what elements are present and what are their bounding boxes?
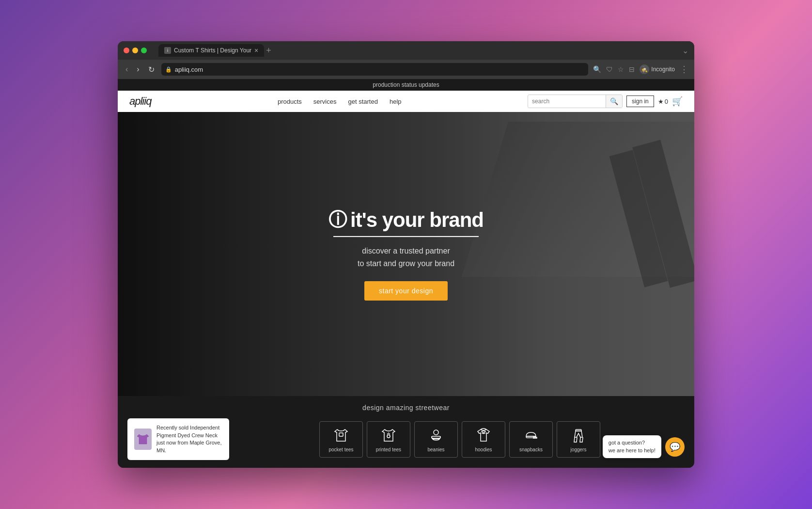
- product-thumbnail: [134, 429, 152, 450]
- tab-title: Custom T Shirts | Design Your: [174, 47, 251, 54]
- bottom-section-title: design amazing streetwear: [127, 404, 685, 412]
- svg-rect-0: [339, 433, 343, 436]
- chat-line1: got a question?: [609, 439, 656, 446]
- search-input[interactable]: [528, 95, 606, 107]
- pocket-tee-icon: [332, 427, 350, 444]
- wishlist-area: ★ 0: [658, 98, 668, 105]
- zoom-icon[interactable]: 🔍: [593, 65, 601, 73]
- beanie-icon: [427, 427, 445, 444]
- hero-sub-line1: discover a trusted partner: [362, 247, 450, 255]
- nav-services[interactable]: services: [313, 98, 337, 105]
- hoodies-label: hoodies: [475, 447, 492, 452]
- printed-tee-icon: [380, 427, 397, 444]
- hero-headline-text: it's your brand: [350, 208, 484, 232]
- snapbacks-label: snapbacks: [519, 447, 543, 452]
- hero-section: ⓘ it's your brand discover a trusted par…: [118, 112, 694, 396]
- chat-line2: we are here to help!: [609, 447, 656, 454]
- category-joggers[interactable]: joggers: [557, 421, 600, 458]
- svg-rect-3: [432, 436, 440, 438]
- bookmark-icon[interactable]: ☆: [618, 65, 624, 73]
- joggers-label: joggers: [571, 447, 587, 452]
- category-printed-tees[interactable]: printed tees: [367, 421, 410, 458]
- nav-products[interactable]: products: [278, 98, 302, 105]
- crewneck-thumbnail-icon: [134, 430, 152, 448]
- hero-sub-line2: to start and grow your brand: [358, 259, 454, 268]
- url-text: apliiq.com: [175, 66, 203, 73]
- more-options-icon[interactable]: ⋮: [680, 64, 688, 75]
- category-pocket-tees[interactable]: pocket tees: [319, 421, 363, 458]
- header-right: 🔍 sign in ★ 0 🛒: [528, 95, 683, 108]
- categories-row: Recently sold Independent Pigment Dyed C…: [127, 418, 685, 460]
- svg-point-2: [434, 430, 438, 435]
- chevron-down-icon[interactable]: ⌄: [682, 46, 688, 55]
- incognito-icon: 🕵: [640, 64, 649, 74]
- chat-icon: 💬: [670, 442, 680, 452]
- hero-content: ⓘ it's your brand discover a trusted par…: [328, 207, 484, 301]
- address-bar: ‹ › ↻ 🔒 apliiq.com 🔍 🛡 ☆ ⊟ 🕵 Incognito ⋮: [118, 60, 694, 79]
- wishlist-count: 0: [665, 98, 668, 105]
- hoodie-icon: [475, 427, 492, 444]
- website-content: production status updates apliiq product…: [118, 79, 694, 468]
- chat-widget: got a question? we are here to help! 💬: [603, 435, 685, 458]
- reader-view-icon[interactable]: ⊟: [629, 65, 635, 73]
- cta-button[interactable]: start your design: [364, 281, 448, 301]
- snapback-icon: [522, 427, 540, 444]
- star-icon[interactable]: ★: [658, 98, 664, 105]
- browser-window: i Custom T Shirts | Design Your × + ⌄ ‹ …: [118, 41, 694, 468]
- maximize-button[interactable]: [141, 48, 147, 53]
- cart-icon[interactable]: 🛒: [672, 96, 683, 107]
- site-header: apliiq products services get started hel…: [118, 91, 694, 112]
- hero-underline: [333, 236, 479, 237]
- printed-tees-label: printed tees: [376, 447, 401, 452]
- beanies-label: beanies: [427, 447, 444, 452]
- title-bar: i Custom T Shirts | Design Your × + ⌄: [118, 41, 694, 60]
- favicon-letter: i: [167, 48, 168, 53]
- category-hoodies[interactable]: hoodies: [462, 421, 505, 458]
- incognito-badge: 🕵 Incognito: [640, 64, 675, 74]
- search-button[interactable]: 🔍: [606, 95, 622, 108]
- new-tab-button[interactable]: +: [266, 46, 271, 55]
- browser-tab[interactable]: i Custom T Shirts | Design Your ×: [158, 44, 264, 57]
- minimize-button[interactable]: [132, 48, 138, 53]
- back-button[interactable]: ‹: [124, 64, 130, 75]
- category-beanies[interactable]: beanies: [414, 421, 458, 458]
- browser-actions: 🔍 🛡 ☆ ⊟ 🕵 Incognito ⋮: [593, 64, 688, 75]
- tab-area: i Custom T Shirts | Design Your × +: [158, 44, 678, 57]
- chat-button[interactable]: 💬: [665, 437, 685, 457]
- tab-favicon: i: [164, 47, 171, 54]
- pocket-tees-label: pocket tees: [328, 447, 353, 452]
- traffic-lights: [124, 48, 147, 53]
- tab-close-button[interactable]: ×: [254, 47, 258, 54]
- hero-subtext: discover a trusted partner to start and …: [328, 245, 484, 270]
- jogger-icon: [570, 427, 587, 444]
- status-text: production status updates: [373, 81, 439, 88]
- svg-point-1: [387, 435, 390, 438]
- nav-get-started[interactable]: get started: [348, 98, 378, 105]
- sign-in-button[interactable]: sign in: [626, 95, 654, 107]
- recently-sold-card: Recently sold Independent Pigment Dyed C…: [127, 418, 229, 460]
- logo[interactable]: apliiq: [129, 95, 151, 108]
- category-snapbacks[interactable]: snapbacks: [509, 421, 553, 458]
- incognito-label: Incognito: [651, 66, 675, 73]
- chat-bubble: got a question? we are here to help!: [603, 435, 661, 458]
- status-bar: production status updates: [118, 79, 694, 91]
- lock-icon: 🔒: [165, 66, 172, 73]
- bottom-section: design amazing streetwear Recently sold …: [118, 396, 694, 468]
- address-field[interactable]: 🔒 apliiq.com: [161, 63, 589, 76]
- hero-headline: ⓘ it's your brand: [328, 207, 484, 232]
- close-button[interactable]: [124, 48, 129, 53]
- forward-button[interactable]: ›: [135, 64, 141, 75]
- reload-button[interactable]: ↻: [146, 64, 156, 75]
- search-box: 🔍: [528, 95, 623, 108]
- nav-menu: products services get started help: [278, 98, 402, 105]
- nav-help[interactable]: help: [390, 98, 402, 105]
- recently-sold-text: Recently sold Independent Pigment Dyed C…: [156, 424, 222, 454]
- extension-icon[interactable]: 🛡: [606, 65, 613, 73]
- brand-icon: ⓘ: [328, 207, 346, 232]
